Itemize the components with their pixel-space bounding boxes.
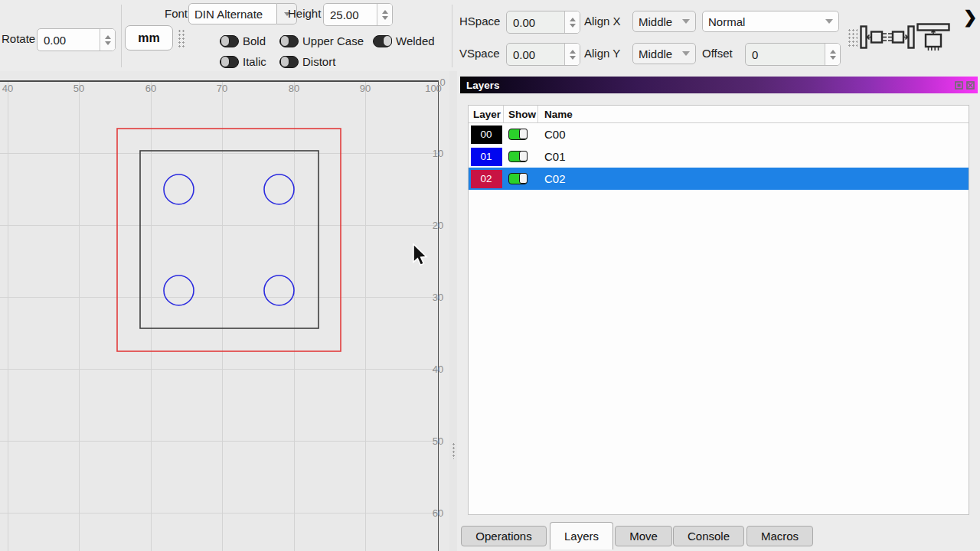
layer-visibility-toggle[interactable] bbox=[508, 129, 528, 140]
align-x-label: Align X bbox=[584, 11, 621, 32]
layers-panel: Layers Layer Show Name 00 C00 0 bbox=[457, 71, 980, 551]
height-spin-buttons[interactable] bbox=[377, 4, 392, 25]
layer-table: Layer Show Name 00 C00 01 C01 02 C02 bbox=[468, 105, 969, 515]
tab-move[interactable]: Move bbox=[615, 526, 672, 546]
bold-toggle[interactable] bbox=[220, 35, 239, 47]
float-panel-icon[interactable] bbox=[955, 81, 963, 90]
tab-layers[interactable]: Layers bbox=[550, 522, 613, 549]
toolbar-divider bbox=[121, 5, 122, 67]
toolbar-divider bbox=[452, 5, 452, 67]
layer-table-header: Layer Show Name bbox=[469, 106, 969, 123]
layer-row-01[interactable]: 01 C01 bbox=[469, 145, 969, 168]
column-header-layer: Layer bbox=[469, 106, 504, 122]
tab-operations[interactable]: Operations bbox=[461, 526, 547, 546]
hspace-value[interactable]: 0.00 bbox=[507, 11, 564, 33]
align-top-icon[interactable] bbox=[916, 23, 950, 52]
toolbar-grip-handle[interactable] bbox=[178, 29, 185, 47]
column-header-name: Name bbox=[538, 109, 573, 120]
layer-name[interactable]: C02 bbox=[538, 172, 969, 185]
rotate-label: Rotate bbox=[2, 28, 35, 50]
welded-toggle-label: Welded bbox=[396, 34, 435, 47]
layer-row-00[interactable]: 00 C00 bbox=[469, 123, 969, 145]
application-window: Rotate 0.00 mm Font DIN Alternate Height… bbox=[0, 0, 980, 551]
uppercase-toggle-group: Upper Case bbox=[279, 34, 364, 47]
layer-row-02-selected[interactable]: 02 C02 bbox=[469, 168, 969, 190]
layer-color-badge[interactable]: 02 bbox=[471, 170, 502, 188]
font-select[interactable]: DIN Alternate bbox=[188, 3, 297, 24]
vspace-spin-buttons[interactable] bbox=[564, 44, 580, 65]
distort-toggle-group: Distort bbox=[279, 55, 335, 68]
vspace-label: VSpace bbox=[459, 43, 500, 64]
blue-circle-shape[interactable] bbox=[264, 174, 294, 204]
align-y-dropdown[interactable]: Middle bbox=[632, 43, 696, 64]
blue-circle-shape[interactable] bbox=[164, 174, 194, 204]
welded-toggle[interactable] bbox=[373, 35, 392, 47]
column-header-show: Show bbox=[504, 106, 538, 122]
tab-console[interactable]: Console bbox=[673, 526, 744, 546]
toolbar-grip-handle[interactable] bbox=[848, 28, 858, 47]
unit-mm-button[interactable]: mm bbox=[125, 25, 173, 51]
align-x-value: Middle bbox=[639, 15, 682, 28]
rotate-spin-buttons[interactable] bbox=[100, 29, 115, 51]
layer-color-badge[interactable]: 01 bbox=[471, 148, 502, 166]
tab-macros[interactable]: Macros bbox=[746, 526, 813, 546]
welded-toggle-group: Welded bbox=[373, 34, 435, 47]
layer-color-badge[interactable]: 00 bbox=[471, 126, 502, 144]
offset-spinner[interactable]: 0 bbox=[745, 43, 841, 66]
rotate-value[interactable]: 0.00 bbox=[38, 29, 100, 51]
hspace-label: HSpace bbox=[459, 11, 500, 32]
splitter-grip-handle[interactable] bbox=[452, 442, 456, 459]
layer-visibility-toggle[interactable] bbox=[508, 173, 528, 184]
height-value[interactable]: 25.00 bbox=[324, 4, 377, 25]
italic-toggle-label: Italic bbox=[243, 55, 266, 68]
layers-panel-title: Layers bbox=[460, 80, 955, 91]
height-spinner[interactable]: 25.00 bbox=[323, 3, 393, 26]
distort-toggle-label: Distort bbox=[302, 55, 335, 68]
layers-panel-titlebar[interactable]: Layers bbox=[460, 77, 978, 93]
text-style-dropdown[interactable]: Normal bbox=[702, 11, 839, 32]
blue-circle-shape[interactable] bbox=[164, 276, 194, 305]
height-label: Height bbox=[288, 3, 321, 24]
toolbar-expand-chevron-icon[interactable]: ❯ bbox=[963, 8, 977, 28]
text-style-value: Normal bbox=[708, 15, 825, 28]
font-select-value[interactable]: DIN Alternate bbox=[188, 3, 277, 24]
upper-case-toggle[interactable] bbox=[279, 35, 299, 47]
design-canvas[interactable]: 40 50 60 70 80 90 100 0 10 20 30 40 50 6… bbox=[0, 71, 449, 551]
vspace-value[interactable]: 0.00 bbox=[507, 44, 564, 65]
black-square-shape[interactable] bbox=[140, 151, 318, 328]
layer-visibility-toggle[interactable] bbox=[508, 151, 528, 162]
rotate-spinner[interactable]: 0.00 bbox=[37, 28, 116, 51]
selection-red-rectangle[interactable] bbox=[117, 129, 341, 351]
bold-toggle-group: Bold bbox=[220, 34, 266, 47]
align-y-value: Middle bbox=[639, 47, 682, 60]
hspace-spinner[interactable]: 0.00 bbox=[506, 11, 580, 34]
italic-toggle[interactable] bbox=[220, 56, 239, 68]
uppercase-toggle-label: Upper Case bbox=[302, 34, 364, 47]
text-toolbar: Rotate 0.00 mm Font DIN Alternate Height… bbox=[0, 0, 980, 72]
offset-spin-buttons[interactable] bbox=[825, 44, 840, 65]
align-right-icon[interactable] bbox=[887, 25, 915, 49]
layer-name[interactable]: C00 bbox=[538, 128, 969, 141]
offset-label: Offset bbox=[702, 43, 733, 64]
bold-toggle-label: Bold bbox=[243, 34, 266, 47]
italic-toggle-group: Italic bbox=[220, 55, 266, 68]
vspace-spinner[interactable]: 0.00 bbox=[506, 43, 580, 66]
panel-splitter[interactable] bbox=[449, 71, 457, 551]
mouse-cursor bbox=[412, 243, 429, 266]
blue-circle-shape[interactable] bbox=[264, 276, 294, 305]
align-x-dropdown[interactable]: Middle bbox=[632, 11, 696, 32]
hspace-spin-buttons[interactable] bbox=[564, 11, 580, 33]
offset-value[interactable]: 0 bbox=[746, 44, 825, 65]
layer-name[interactable]: C01 bbox=[538, 150, 969, 163]
shape-layer bbox=[0, 71, 449, 551]
distort-toggle[interactable] bbox=[279, 56, 299, 68]
align-y-label: Align Y bbox=[584, 43, 620, 64]
font-label: Font bbox=[165, 3, 188, 24]
close-panel-icon[interactable] bbox=[966, 81, 975, 90]
align-left-icon[interactable] bbox=[860, 25, 887, 49]
